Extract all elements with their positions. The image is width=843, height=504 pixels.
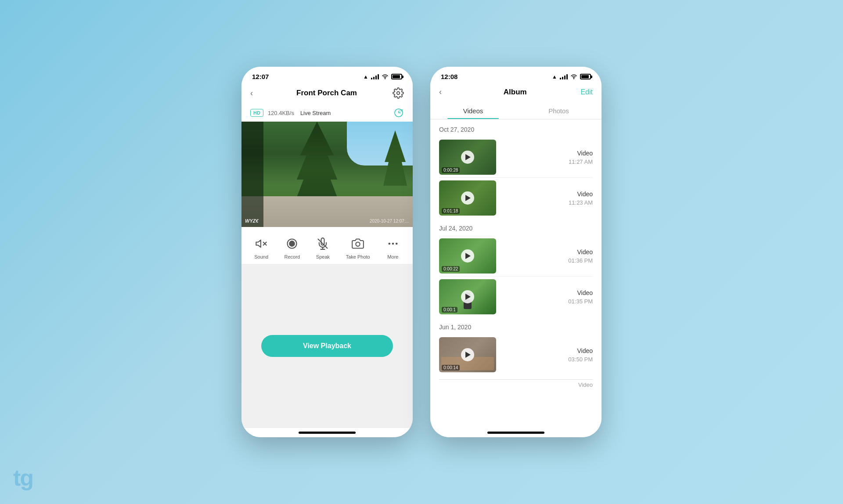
stream-toggle-icon[interactable]: off: [393, 108, 404, 118]
back-button-right[interactable]: ‹: [439, 87, 450, 97]
video-info-4: Video 01:35 PM: [568, 289, 593, 305]
date-label-jun1: Jun 1, 2020: [439, 324, 471, 331]
stream-info-bar: HD 120.4KB/s Live Stream off: [241, 104, 413, 122]
video-thumbnail-3[interactable]: 0:00:22: [439, 238, 496, 274]
date-section-jun1: Jun 1, 2020: [430, 317, 602, 335]
video-thumbnail-5[interactable]: 0:00:14: [439, 337, 496, 372]
camera-timestamp: 2020-10-27 12:07:...: [370, 219, 409, 223]
status-time-right: 12:08: [441, 73, 458, 80]
svg-point-15: [396, 243, 398, 245]
video-info-1: Video 11:27 AM: [569, 150, 593, 165]
tabs-bar: Videos Photos: [430, 102, 602, 119]
controls-bar: Sound Record: [241, 227, 413, 264]
live-stream-label: Live Stream: [300, 110, 331, 116]
video-row-5[interactable]: 0:00:14 Video 03:50 PM: [430, 335, 602, 375]
date-label-oct27: Oct 27, 2020: [439, 126, 474, 133]
video-time-1: 11:27 AM: [569, 158, 593, 165]
signal-icon: [371, 74, 379, 79]
date-section-oct27: Oct 27, 2020: [430, 119, 602, 137]
record-icon: [284, 236, 300, 252]
edit-button[interactable]: Edit: [580, 88, 593, 96]
hd-badge: HD: [250, 109, 263, 117]
video-duration-1: 0:00:28: [442, 167, 460, 173]
wifi-icon: [382, 74, 389, 79]
gray-section: View Playback: [241, 264, 413, 428]
right-phone: 12:08 ▲ ‹ Album Edit: [430, 67, 602, 437]
svg-marker-4: [256, 240, 261, 247]
status-bar-left: 12:07 ▲: [241, 67, 413, 84]
album-title: Album: [504, 88, 527, 97]
date-label-jul24: Jul 24, 2020: [439, 225, 472, 232]
location-icon: ▲: [363, 74, 368, 80]
video-duration-4: 0:00:1: [442, 307, 458, 313]
signal-icon-right: [560, 74, 568, 79]
battery-icon: [391, 74, 402, 79]
view-playback-button[interactable]: View Playback: [261, 335, 393, 357]
tab-videos[interactable]: Videos: [430, 102, 516, 119]
record-control[interactable]: Record: [284, 236, 300, 259]
speak-icon: [315, 236, 331, 252]
album-header: ‹ Album Edit: [430, 84, 602, 102]
svg-point-1: [397, 92, 400, 95]
wifi-icon-right: [570, 74, 577, 79]
video-duration-2: 0:01:18: [442, 208, 460, 214]
play-button-5[interactable]: [461, 348, 474, 361]
page-title-left: Front Porch Cam: [296, 89, 357, 97]
back-button-left[interactable]: ‹: [250, 89, 261, 98]
play-button-1[interactable]: [461, 151, 474, 164]
svg-point-8: [289, 241, 295, 246]
status-time-left: 12:07: [252, 73, 269, 80]
sound-control[interactable]: Sound: [253, 236, 269, 259]
play-button-3[interactable]: [461, 249, 474, 263]
video-type-3: Video: [568, 248, 593, 256]
album-content: Oct 27, 2020 0:00:28 Video 11:27 AM: [430, 119, 602, 428]
battery-icon-right: [580, 74, 591, 79]
home-indicator-right: [487, 432, 544, 434]
video-time-4: 01:35 PM: [568, 298, 593, 305]
play-button-4[interactable]: [461, 290, 474, 303]
more-label: More: [387, 254, 398, 259]
wyze-watermark: WYZ€: [245, 218, 259, 223]
status-icons-left: ▲: [363, 74, 402, 80]
home-bar-right: [430, 428, 602, 437]
video-info-5: Video 03:50 PM: [568, 347, 593, 363]
camera-feed[interactable]: WYZ€ 2020-10-27 12:07:...: [241, 122, 413, 227]
take-photo-label: Take Photo: [346, 254, 370, 259]
nav-header-left: ‹ Front Porch Cam: [241, 84, 413, 104]
tg-watermark: tg: [13, 464, 33, 491]
video-time-5: 03:50 PM: [568, 356, 593, 363]
play-button-2[interactable]: [461, 191, 474, 205]
svg-point-16: [573, 78, 574, 79]
svg-point-13: [388, 243, 390, 245]
video-thumbnail-1[interactable]: 0:00:28: [439, 140, 496, 175]
video-type-1: Video: [569, 150, 593, 157]
location-icon-right: ▲: [552, 74, 557, 80]
speak-control[interactable]: Speak: [315, 236, 331, 259]
sound-label: Sound: [254, 254, 268, 259]
video-type-5: Video: [568, 347, 593, 354]
more-control[interactable]: More: [385, 236, 401, 259]
status-icons-right: ▲: [552, 74, 591, 80]
date-section-jul24: Jul 24, 2020: [430, 218, 602, 236]
tab-photos[interactable]: Photos: [516, 102, 602, 119]
home-indicator: [299, 432, 356, 434]
video-row-3[interactable]: 0:00:22 Video 01:36 PM: [430, 236, 602, 276]
svg-text:off: off: [400, 109, 403, 112]
video-row-4[interactable]: 0:00:1 Video 01:35 PM: [430, 277, 602, 317]
settings-icon[interactable]: [393, 87, 404, 99]
data-rate: 120.4KB/s: [268, 110, 294, 116]
video-row-1[interactable]: 0:00:28 Video 11:27 AM: [430, 137, 602, 177]
svg-point-14: [392, 243, 394, 245]
video-time-3: 01:36 PM: [568, 257, 593, 264]
video-row-2[interactable]: 0:01:18 Video 11:23 AM: [430, 178, 602, 218]
record-label: Record: [285, 254, 300, 259]
svg-point-12: [356, 242, 360, 246]
video-type-2: Video: [569, 191, 593, 198]
camera-icon: [350, 236, 366, 252]
video-thumbnail-2[interactable]: 0:01:18: [439, 180, 496, 216]
left-phone: 12:07 ▲ ‹: [241, 67, 413, 437]
take-photo-control[interactable]: Take Photo: [346, 236, 370, 259]
video-thumbnail-4[interactable]: 0:00:1: [439, 279, 496, 314]
video-info-2: Video 11:23 AM: [569, 191, 593, 206]
status-bar-right: 12:08 ▲: [430, 67, 602, 84]
